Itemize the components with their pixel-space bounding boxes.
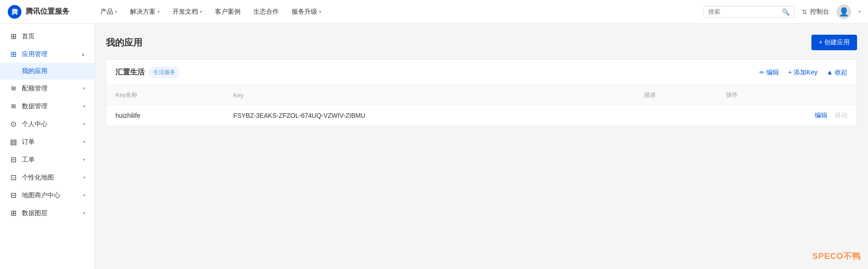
- nav-item-solutions[interactable]: 解决方案 ▾: [125, 5, 165, 19]
- chevron-down-icon: ▾: [157, 9, 160, 14]
- control-icon: ⇅: [802, 8, 807, 16]
- page-header: 我的应用 + 创建应用: [106, 35, 857, 50]
- chevron-down-icon: ▾: [83, 139, 85, 144]
- nav-item-ecosystem[interactable]: 生态合作: [248, 5, 284, 19]
- home-icon: ⊞: [9, 32, 17, 41]
- chevron-down-icon: ▾: [319, 9, 321, 14]
- chevron-down-icon: ▾: [83, 104, 85, 109]
- logo-icon: 腾: [7, 5, 22, 19]
- nav-item-docs[interactable]: 开发文档 ▾: [167, 5, 208, 19]
- layout: ⊞ 首页 ⊞ 应用管理 ▲ 我的应用 ≋ 配额管理 ▾ ≋ 数据管理 ▾ ⊙ 个…: [0, 24, 868, 269]
- chevron-down-icon: ▾: [83, 157, 85, 162]
- chevron-down-icon: ▾: [83, 121, 85, 127]
- order-icon: ▤: [9, 137, 17, 146]
- search-icon: 🔍: [782, 8, 790, 16]
- col-header-desc: 描述: [635, 85, 717, 105]
- cell-actions: 编辑 移动: [717, 105, 857, 127]
- logo-area: 腾 腾讯位置服务: [7, 5, 80, 19]
- edit-pencil-icon: ✏: [759, 69, 764, 76]
- page-title: 我的应用: [106, 37, 142, 49]
- col-header-key: Key: [224, 85, 635, 105]
- app-card-header: 汇置生活 生活服务 ✏ 编辑 + 添加Key ▲ 收起: [106, 60, 857, 85]
- cell-key: FSYBZ-3EAKS-ZFZOL-674UQ-VZWIV-ZIBMU: [224, 105, 635, 127]
- sidebar-item-map-merchant[interactable]: ⊟ 地图商户中心 ▾: [0, 186, 94, 204]
- sidebar-item-data-layer[interactable]: ⊞ 数据图层 ▾: [0, 204, 94, 222]
- cell-desc: [635, 105, 717, 127]
- sidebar-item-personal[interactable]: ⊙ 个人中心 ▾: [0, 115, 94, 133]
- collapse-button[interactable]: ▲ 收起: [826, 69, 847, 77]
- chevron-down-icon: ▾: [200, 9, 202, 14]
- personal-icon: ⊙: [9, 120, 17, 128]
- sidebar-item-my-apps[interactable]: 我的应用: [0, 63, 94, 79]
- sidebar-item-app-mgmt[interactable]: ⊞ 应用管理 ▲: [0, 45, 94, 63]
- col-header-action: 操作: [717, 85, 857, 105]
- add-key-button[interactable]: + 添加Key: [788, 69, 817, 77]
- main-content: 我的应用 + 创建应用 汇置生活 生活服务 ✏ 编辑 + 添加Key: [95, 24, 868, 269]
- create-app-button[interactable]: + 创建应用: [811, 35, 857, 50]
- table-header-row: Key名称 Key 描述 操作: [106, 85, 857, 105]
- sidebar-item-order[interactable]: ▤ 订单 ▾: [0, 133, 94, 151]
- search-input[interactable]: [708, 8, 779, 15]
- row-edit-button[interactable]: 编辑: [815, 111, 827, 119]
- sidebar-item-ticket[interactable]: ⊟ 工单 ▾: [0, 151, 94, 169]
- nav-item-upgrade[interactable]: 服务升级 ▾: [286, 5, 327, 19]
- cell-key-name: huizhilife: [106, 105, 224, 127]
- sidebar-item-data-mgmt[interactable]: ≋ 数据管理 ▾: [0, 97, 94, 115]
- custom-map-icon: ⊡: [9, 173, 17, 182]
- nav-items: 产品 ▾ 解决方案 ▾ 开发文档 ▾ 客户案例 生态合作 服务升级 ▾: [95, 5, 703, 19]
- app-card-actions: ✏ 编辑 + 添加Key ▲ 收起: [759, 69, 847, 77]
- chevron-down-icon: ▾: [115, 9, 117, 14]
- sidebar-item-custom-map[interactable]: ⊡ 个性化地图 ▾: [0, 169, 94, 186]
- chevron-up-icon: ▲: [81, 52, 85, 57]
- search-box[interactable]: 🔍: [703, 6, 795, 18]
- chevron-down-icon: ▾: [83, 211, 85, 216]
- row-move-button: 移动: [835, 111, 847, 119]
- nav-item-product[interactable]: 产品 ▾: [95, 5, 123, 19]
- table-row: huizhilife FSYBZ-3EAKS-ZFZOL-674UQ-VZWIV…: [106, 105, 857, 127]
- nav-item-cases[interactable]: 客户案例: [209, 5, 246, 19]
- nav-right: ⇅ 控制台 👤 ▾: [802, 5, 861, 19]
- app-table: Key名称 Key 描述 操作 huizhilife FSYBZ-3EAKS-Z…: [106, 85, 857, 126]
- app-mgmt-icon: ⊞: [9, 50, 17, 58]
- edit-app-button[interactable]: ✏ 编辑: [759, 69, 779, 77]
- app-card-title-area: 汇置生活 生活服务: [115, 67, 179, 78]
- sidebar: ⊞ 首页 ⊞ 应用管理 ▲ 我的应用 ≋ 配额管理 ▾ ≋ 数据管理 ▾ ⊙ 个…: [0, 24, 95, 269]
- data-layer-icon: ⊞: [9, 209, 17, 217]
- logo-text: 腾讯位置服务: [26, 7, 69, 16]
- chevron-down-icon: ▾: [83, 86, 85, 91]
- col-header-key-name: Key名称: [106, 85, 224, 105]
- avatar-icon: 👤: [839, 7, 849, 17]
- app-tag: 生活服务: [149, 67, 179, 78]
- chevron-down-icon: ▾: [83, 175, 85, 180]
- chevron-down-icon: ▾: [83, 193, 85, 198]
- app-name: 汇置生活: [115, 68, 145, 77]
- sidebar-item-quota-mgmt[interactable]: ≋ 配额管理 ▾: [0, 79, 94, 97]
- app-card: 汇置生活 生活服务 ✏ 编辑 + 添加Key ▲ 收起: [106, 59, 857, 127]
- user-avatar[interactable]: 👤: [837, 5, 851, 19]
- control-panel-link[interactable]: ⇅ 控制台: [802, 8, 829, 16]
- top-navigation: 腾 腾讯位置服务 产品 ▾ 解决方案 ▾ 开发文档 ▾ 客户案例 生态合作 服务…: [0, 0, 868, 24]
- map-merchant-icon: ⊟: [9, 191, 17, 200]
- ticket-icon: ⊟: [9, 155, 17, 164]
- sidebar-item-home[interactable]: ⊞ 首页: [0, 27, 94, 45]
- user-chevron-icon: ▾: [858, 9, 861, 14]
- data-icon: ≋: [9, 102, 17, 111]
- quota-icon: ≋: [9, 84, 17, 93]
- svg-text:腾: 腾: [11, 8, 18, 16]
